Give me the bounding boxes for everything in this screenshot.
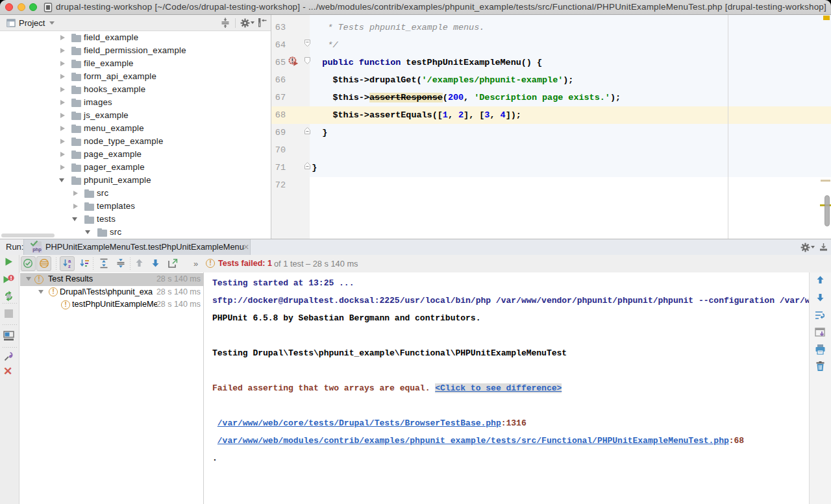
svg-text:z: z xyxy=(68,263,71,269)
